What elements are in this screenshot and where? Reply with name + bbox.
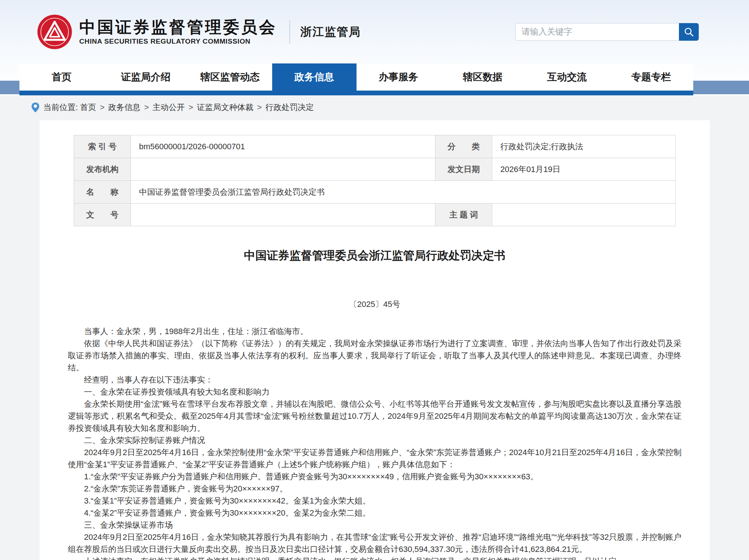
doc-paragraph: 2024年9月2日至2025年4月16日，金永荣知晓其荐股行为具有影响力，在其雪… <box>68 531 682 555</box>
doc-paragraph: 4.“金某2”平安证券普通账户，资金账号为30××××××××20。金某2为金永… <box>68 507 682 519</box>
meta-label: 主 题 词 <box>435 204 492 226</box>
nav-tab-5[interactable]: 办事服务 <box>357 63 441 91</box>
org-name-en: CHINA SECURITIES REGULATORY COMMISSION <box>79 37 277 45</box>
breadcrumb-link[interactable]: 政务信息 <box>108 103 140 112</box>
meta-value <box>131 158 435 181</box>
breadcrumb-link[interactable]: 首页 <box>80 103 96 112</box>
meta-label: 文 号 <box>74 204 131 226</box>
document-number: 〔2025〕45号 <box>40 299 710 310</box>
location-pin-icon <box>31 102 40 113</box>
doc-paragraph: 2.“金永荣”东莞证券普通账户，资金账号为20××××××97。 <box>68 483 682 495</box>
meta-label: 分 类 <box>435 135 492 158</box>
doc-paragraph: 依据《中华人民共和国证券法》（以下简称《证券法》）的有关规定，我局对金永荣操纵证… <box>68 337 682 374</box>
nav-tab-1[interactable]: 首页 <box>19 63 104 91</box>
site-header: 中国证券监督管理委员会 CHINA SECURITIES REGULATORY … <box>0 0 749 63</box>
org-name-cn: 中国证券监督管理委员会 <box>79 18 277 37</box>
search-icon <box>684 27 694 37</box>
meta-value: 行政处罚决定;行政执法 <box>492 135 676 158</box>
doc-paragraph: 1.“金永荣”平安证券账户分为普通账户和信用账户。普通账户资金账号为30××××… <box>68 471 682 483</box>
meta-value <box>492 204 676 226</box>
doc-paragraph: 2024年9月2日至2025年4月16日，金永荣控制使用“金永荣”平安证券普通账… <box>68 446 682 471</box>
breadcrumb-separator: > <box>144 103 149 112</box>
csrc-logo-icon <box>37 14 73 50</box>
nav-tab-6[interactable]: 辖区数据 <box>441 63 525 91</box>
nav-tab-4[interactable]: 政务信息 <box>272 63 357 91</box>
search-button[interactable] <box>679 23 699 41</box>
doc-paragraph: 二、金永荣实际控制证券账户情况 <box>68 434 682 446</box>
top-zone: 中国证券监督管理委员会 CHINA SECURITIES REGULATORY … <box>0 0 749 95</box>
nav-underline-bar <box>19 91 693 95</box>
meta-label: 发布机构 <box>74 158 131 181</box>
nav-tab-7[interactable]: 互动交流 <box>525 63 609 91</box>
breadcrumb: 当前位置: 首页>政务信息>主动公开>证监局文种体裁>行政处罚决定 <box>31 101 749 114</box>
nav-tab-8[interactable]: 专题专栏 <box>609 63 693 91</box>
doc-paragraph: 三、金永荣操纵证券市场 <box>68 519 682 531</box>
meta-row: 文 号主 题 词 <box>74 204 676 226</box>
document-meta-table: 索 引 号bm56000001/2026-00000701分 类行政处罚决定;行… <box>74 135 676 226</box>
main-nav: 首页证监局介绍辖区监管动态政务信息办事服务辖区数据互动交流专题专栏 <box>19 63 693 91</box>
breadcrumb-link[interactable]: 主动公开 <box>153 103 185 112</box>
meta-value <box>131 204 435 226</box>
brand[interactable]: 中国证券监督管理委员会 CHINA SECURITIES REGULATORY … <box>79 18 277 45</box>
breadcrumb-separator: > <box>257 103 262 112</box>
header-divider <box>289 20 290 44</box>
search-box <box>515 23 699 41</box>
breadcrumb-links: 首页>政务信息>主动公开>证监局文种体裁>行政处罚决定 <box>80 102 314 113</box>
nav-wing-left <box>0 81 19 94</box>
doc-paragraph: 当事人：金永荣，男，1988年2月出生，住址：浙江省临海市。 <box>68 325 682 337</box>
meta-value: 中国证券监督管理委员会浙江监管局行政处罚决定书 <box>131 181 676 204</box>
breadcrumb-separator: > <box>100 103 105 112</box>
nav-tab-3[interactable]: 辖区监管动态 <box>188 63 272 91</box>
meta-label: 名 称 <box>74 181 131 204</box>
meta-value: 2026年01月19日 <box>492 158 676 181</box>
doc-paragraph: 3.“金某1”平安证券普通账户，资金账号为30××××××××42。金某1为金永… <box>68 495 682 507</box>
breadcrumb-label: 当前位置: <box>43 102 78 113</box>
breadcrumb-link[interactable]: 行政处罚决定 <box>266 103 314 112</box>
bureau-name: 浙江监管局 <box>300 24 361 40</box>
meta-row: 名 称中国证券监督管理委员会浙江监管局行政处罚决定书 <box>74 181 676 204</box>
page: 中国证券监督管理委员会 CHINA SECURITIES REGULATORY … <box>0 0 749 560</box>
doc-paragraph: 上述违法事实，有相关证券账户开户资料与情况说明、委托交易流水、银行账户流水、相关… <box>68 555 682 560</box>
nav-tab-2[interactable]: 证监局介绍 <box>104 63 188 91</box>
doc-paragraph: 金永荣长期使用“金浤”账号在雪球平台发布荐股文章，并辅以在淘股吧、微信公众号、小… <box>68 398 682 434</box>
breadcrumb-separator: > <box>189 103 193 112</box>
document-body: 当事人：金永荣，男，1988年2月出生，住址：浙江省临海市。依据《中华人民共和国… <box>68 325 682 560</box>
nav-wing-right <box>693 81 749 94</box>
meta-row: 索 引 号bm56000001/2026-00000701分 类行政处罚决定;行… <box>74 135 676 158</box>
content-card: 索 引 号bm56000001/2026-00000701分 类行政处罚决定;行… <box>40 120 710 560</box>
meta-value: bm56000001/2026-00000701 <box>131 135 435 158</box>
meta-row: 发布机构发文日期2026年01月19日 <box>74 158 676 181</box>
document-title: 中国证券监督管理委员会浙江监管局行政处罚决定书 <box>73 248 677 264</box>
breadcrumb-link[interactable]: 证监局文种体裁 <box>197 103 253 112</box>
search-input[interactable] <box>515 23 679 41</box>
doc-paragraph: 经查明，当事人存在以下违法事实： <box>68 374 682 386</box>
meta-label: 索 引 号 <box>74 135 131 158</box>
doc-paragraph: 一、金永荣在证券投资领域具有较大知名度和影响力 <box>68 386 682 398</box>
meta-label: 发文日期 <box>435 158 492 181</box>
